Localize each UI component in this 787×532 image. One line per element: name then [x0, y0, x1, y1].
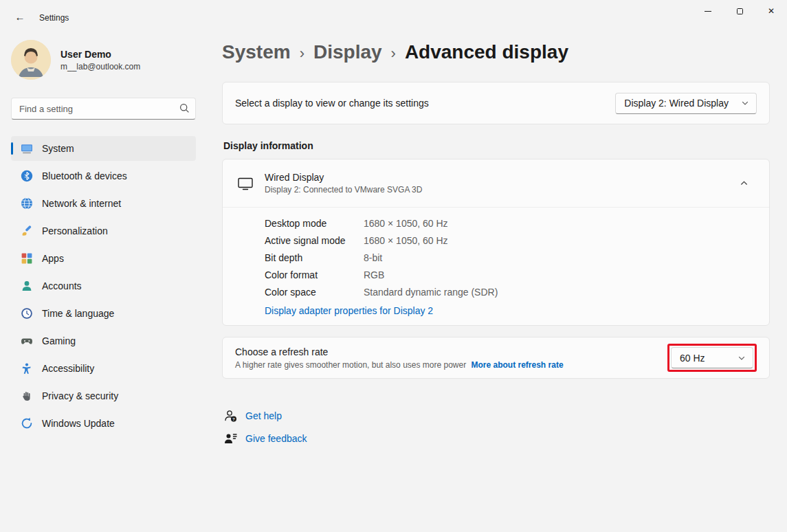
get-help-row[interactable]: ? Get help	[223, 409, 770, 423]
refresh-rate-subtitle: A higher rate gives smoother motion, but…	[235, 360, 564, 370]
svg-text:?: ?	[232, 417, 235, 421]
chevron-up-icon	[740, 179, 749, 188]
gaming-icon	[21, 335, 33, 347]
avatar	[11, 40, 51, 80]
sidebar-item-label: Apps	[42, 253, 64, 264]
sidebar-item-time-language[interactable]: Time & language	[11, 301, 196, 326]
refresh-rate-text: Choose a refresh rate A higher rate give…	[235, 346, 564, 370]
sidebar-nav: System Bluetooth & devices Network & int…	[11, 136, 196, 436]
get-help-link[interactable]: Get help	[245, 410, 282, 421]
sidebar-item-label: Bluetooth & devices	[42, 170, 127, 181]
collapse-button[interactable]	[732, 173, 755, 194]
display-information-card: Wired Display Display 2: Connected to VM…	[222, 159, 770, 326]
more-about-refresh-rate-link[interactable]: More about refresh rate	[472, 360, 564, 370]
search-icon[interactable]	[179, 103, 190, 113]
display-expander-titles: Wired Display Display 2: Connected to VM…	[265, 172, 422, 195]
maximize-icon	[737, 8, 743, 14]
back-arrow-icon: ←	[15, 11, 25, 23]
privacy-icon	[21, 390, 33, 402]
page-title: Advanced display	[405, 41, 568, 63]
titlebar: ← Settings ✕	[0, 0, 787, 33]
monitor-icon	[236, 175, 254, 192]
sidebar-item-windows-update[interactable]: Windows Update	[11, 411, 196, 436]
minimize-icon	[705, 11, 711, 12]
windows-update-icon	[21, 417, 33, 430]
detail-label: Desktop mode	[265, 218, 364, 229]
user-account-row[interactable]: User Demo m__lab@outlook.com	[11, 38, 196, 81]
detail-label: Color space	[265, 287, 364, 298]
maximize-button[interactable]	[724, 0, 755, 22]
sidebar-item-privacy-security[interactable]: Privacy & security	[11, 384, 196, 408]
display-device-title: Wired Display	[265, 172, 422, 183]
sidebar-item-accessibility[interactable]: Accessibility	[11, 356, 196, 381]
accessibility-icon	[21, 362, 33, 375]
time-language-icon	[21, 307, 33, 320]
display-details: Desktop mode 1680 × 1050, 60 Hz Active s…	[223, 207, 769, 325]
get-help-icon: ?	[223, 409, 237, 423]
system-icon	[21, 142, 33, 155]
refresh-rate-subtitle-text: A higher rate gives smoother motion, but…	[235, 360, 466, 370]
display-expander-header[interactable]: Wired Display Display 2: Connected to VM…	[223, 159, 769, 207]
sidebar-item-gaming[interactable]: Gaming	[11, 329, 196, 353]
search-input[interactable]	[11, 98, 196, 120]
window-controls: ✕	[692, 0, 787, 22]
breadcrumb-system[interactable]: System	[222, 41, 291, 63]
avatar-illustration	[11, 40, 51, 80]
sidebar-item-label: Windows Update	[42, 418, 115, 429]
detail-value: RGB	[364, 269, 758, 280]
annotation-highlight-box: 60 Hz	[667, 344, 757, 372]
select-display-card: Select a display to view or change its s…	[222, 82, 770, 124]
detail-row-bit-depth: Bit depth 8-bit	[265, 249, 758, 266]
apps-icon	[21, 252, 33, 265]
sidebar-item-label: Time & language	[42, 308, 114, 319]
minimize-button[interactable]	[692, 0, 724, 22]
back-button[interactable]: ←	[7, 6, 33, 27]
breadcrumb-display[interactable]: Display	[313, 41, 382, 63]
user-name: User Demo	[60, 49, 140, 60]
detail-row-desktop-mode: Desktop mode 1680 × 1050, 60 Hz	[265, 214, 758, 232]
sidebar-item-label: System	[42, 143, 74, 154]
sidebar-item-personalization[interactable]: Personalization	[11, 219, 196, 243]
give-feedback-link[interactable]: Give feedback	[245, 433, 307, 444]
refresh-rate-dropdown[interactable]: 60 Hz	[671, 347, 753, 368]
detail-row-color-space: Color space Standard dynamic range (SDR)	[265, 283, 758, 300]
detail-value: 8-bit	[364, 252, 758, 263]
display-device-subtitle: Display 2: Connected to VMware SVGA 3D	[265, 185, 422, 195]
refresh-rate-title: Choose a refresh rate	[235, 346, 564, 357]
personalization-icon	[21, 225, 33, 237]
section-title-display-information: Display information	[223, 140, 770, 151]
sidebar-item-bluetooth-devices[interactable]: Bluetooth & devices	[11, 164, 196, 188]
sidebar-item-label: Privacy & security	[42, 390, 118, 401]
footer-links: ? Get help Give feedback	[222, 409, 770, 445]
detail-row-active-signal-mode: Active signal mode 1680 × 1050, 60 Hz	[265, 232, 758, 249]
close-button[interactable]: ✕	[755, 0, 787, 22]
detail-value: 1680 × 1050, 60 Hz	[364, 235, 758, 246]
sidebar-item-apps[interactable]: Apps	[11, 246, 196, 271]
select-display-label: Select a display to view or change its s…	[235, 98, 429, 109]
detail-label: Color format	[265, 269, 364, 280]
give-feedback-row[interactable]: Give feedback	[223, 432, 770, 445]
chevron-down-icon	[741, 99, 749, 107]
refresh-rate-card: Choose a refresh rate A higher rate give…	[222, 337, 770, 379]
sidebar-item-label: Accounts	[42, 280, 82, 291]
sidebar-item-system[interactable]: System	[11, 136, 196, 161]
close-icon: ✕	[768, 6, 775, 16]
breadcrumb-separator: ›	[300, 43, 304, 63]
accounts-icon	[21, 280, 33, 292]
user-email: m__lab@outlook.com	[60, 62, 140, 71]
sidebar-item-network-internet[interactable]: Network & internet	[11, 191, 196, 216]
sidebar-item-label: Accessibility	[42, 363, 94, 374]
display-select-dropdown[interactable]: Display 2: Wired Display	[615, 93, 757, 114]
detail-row-color-format: Color format RGB	[265, 266, 758, 283]
give-feedback-icon	[223, 432, 237, 445]
chevron-down-icon	[738, 354, 746, 362]
network-icon	[21, 197, 33, 210]
detail-value: 1680 × 1050, 60 Hz	[364, 218, 758, 229]
sidebar-item-label: Personalization	[42, 225, 108, 236]
display-adapter-properties-link[interactable]: Display adapter properties for Display 2	[265, 305, 433, 316]
refresh-rate-value: 60 Hz	[680, 353, 705, 364]
sidebar-item-accounts[interactable]: Accounts	[11, 274, 196, 298]
search-box	[11, 98, 196, 120]
display-select-value: Display 2: Wired Display	[624, 98, 729, 109]
app-title: Settings	[39, 13, 69, 23]
